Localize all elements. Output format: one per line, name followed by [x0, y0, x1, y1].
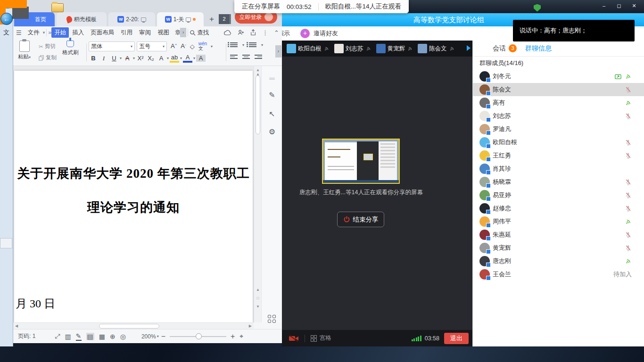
- menu-item-2[interactable]: 页面布局: [87, 27, 117, 38]
- web-view-icon[interactable]: ⊕: [110, 333, 116, 340]
- end-share-button[interactable]: 结束分享: [337, 212, 384, 227]
- camera-off-icon[interactable]: [289, 335, 299, 342]
- menu-item-0[interactable]: 开始: [51, 27, 69, 38]
- ink-edit-icon[interactable]: ✎: [76, 332, 82, 341]
- cloud-sync-icon[interactable]: [223, 30, 232, 36]
- member-row[interactable]: 高有: [473, 96, 644, 109]
- member-row[interactable]: 黄宠辉: [473, 241, 644, 255]
- align-right-button[interactable]: [255, 55, 262, 59]
- align-center-button[interactable]: [242, 55, 250, 59]
- bullet-list-button[interactable]: [230, 42, 238, 47]
- shared-screen-preview[interactable]: [322, 139, 400, 184]
- settings-sliders-icon[interactable]: ⚙: [262, 127, 282, 136]
- highlight-button[interactable]: ab: [170, 54, 179, 63]
- zoom-slider-knob[interactable]: [196, 333, 202, 339]
- format-painter-button[interactable]: 格式刷: [62, 41, 79, 56]
- strip-expand-arrow-icon[interactable]: [467, 45, 471, 51]
- menu-item-6[interactable]: 章节: [173, 27, 180, 38]
- screen-share-status-bar[interactable]: 正在分享屏幕 00:03:52 欧阳自根...等14人正在观看: [234, 0, 409, 13]
- menu-item-3[interactable]: 引用: [117, 27, 136, 38]
- drag-handle-icon[interactable]: ═: [262, 74, 282, 83]
- hamburger-icon[interactable]: ☰: [16, 29, 22, 36]
- font-size-select[interactable]: 五号▾: [137, 41, 167, 51]
- horizontal-scroll-thumb[interactable]: [99, 324, 159, 329]
- numbered-list-button[interactable]: [249, 42, 256, 47]
- exit-call-button[interactable]: 退出: [444, 333, 469, 344]
- zoom-out-button[interactable]: −: [161, 332, 165, 341]
- member-row[interactable]: 王会兰 待加入: [473, 268, 644, 281]
- window-count-badge[interactable]: 2: [219, 14, 231, 24]
- bold-button[interactable]: B: [89, 55, 98, 62]
- cut-button[interactable]: ✂剪切: [39, 43, 56, 50]
- pinyin-guide-button[interactable]: wén文: [198, 41, 207, 51]
- font-name-select[interactable]: 黑体▾: [89, 41, 135, 51]
- new-tab-button[interactable]: +: [206, 13, 217, 25]
- demo-menu-label[interactable]: 演示: [282, 29, 290, 38]
- menu-item-1[interactable]: 插入: [69, 27, 87, 38]
- member-row[interactable]: 朱惠延: [473, 228, 644, 241]
- participant-item[interactable]: 欧阳自根: [287, 44, 330, 53]
- zoom-level-value[interactable]: 200%: [141, 333, 156, 340]
- fullscreen-view-icon[interactable]: ⤢: [55, 332, 60, 340]
- document-page[interactable]: 关于开展南华大学 2020 年第三次教职工 理论学习的通知 月 30 日: [14, 71, 253, 322]
- zoom-in-button[interactable]: +: [231, 332, 235, 341]
- scroll-right-icon[interactable]: ▶: [249, 324, 252, 328]
- member-row[interactable]: 赵修忠: [473, 202, 644, 215]
- scroll-left-icon[interactable]: ◀: [15, 324, 18, 328]
- menu-item-5[interactable]: 视图: [154, 27, 173, 38]
- eye-protect-icon[interactable]: ◎: [120, 333, 126, 340]
- superscript-button[interactable]: X²: [136, 55, 145, 62]
- vertical-scrollbar[interactable]: ▲▲ ▲ □ ▼: [254, 66, 261, 322]
- member-row[interactable]: 王红勇: [473, 149, 644, 162]
- tab-group-info-active[interactable]: 群聊信息: [525, 44, 552, 53]
- decrease-font-button[interactable]: A-: [181, 42, 186, 49]
- member-row[interactable]: 欧阳自根: [473, 136, 644, 149]
- char-shading-button[interactable]: A: [196, 55, 206, 62]
- participant-item[interactable]: 黄宠辉: [376, 44, 413, 53]
- vertical-scroll-thumb[interactable]: [256, 75, 260, 134]
- text-effects-button[interactable]: A: [157, 55, 166, 62]
- menu-item-4[interactable]: 审阅: [136, 27, 154, 38]
- participant-item[interactable]: 刘志苏: [334, 44, 372, 53]
- grid-view-icon[interactable]: [311, 335, 317, 342]
- maximize-button[interactable]: ◻: [612, 1, 626, 10]
- zoom-slider[interactable]: [170, 336, 226, 337]
- tab-document-1[interactable]: W2-20:: [108, 12, 155, 26]
- member-row[interactable]: 刘冬元: [473, 70, 644, 83]
- add-user-icon[interactable]: [238, 29, 244, 36]
- subscript-button[interactable]: X₂: [146, 55, 156, 62]
- invite-plus-icon[interactable]: +: [300, 29, 310, 38]
- member-row[interactable]: 唐志刚: [473, 255, 644, 268]
- find-button[interactable]: 查找: [196, 27, 212, 38]
- cursor-select-icon[interactable]: ↖: [262, 109, 282, 118]
- close-button[interactable]: ✕: [627, 1, 641, 10]
- grid-view-label[interactable]: 宫格: [320, 334, 331, 342]
- document-area[interactable]: 关于开展南华大学 2020 年第三次教职工 理论学习的通知 月 30 日: [13, 66, 254, 322]
- clear-format-icon[interactable]: ◇: [190, 43, 195, 50]
- more-tabs-button[interactable]: ›: [180, 28, 186, 37]
- page-view-icon[interactable]: ▤: [86, 333, 94, 340]
- paste-button[interactable]: 粘贴▾: [18, 41, 31, 60]
- member-row[interactable]: 周伟平: [473, 215, 644, 228]
- minimize-button[interactable]: –: [597, 1, 611, 10]
- fit-page-button[interactable]: ⌖: [239, 332, 243, 340]
- collapse-ribbon-icon[interactable]: ⌃: [274, 29, 279, 36]
- page-down-icon[interactable]: ▼: [254, 304, 262, 309]
- outline-view-icon[interactable]: ▦: [99, 333, 105, 340]
- back-icon[interactable]: ←: [0, 13, 13, 25]
- member-row[interactable]: 刘志苏: [473, 109, 644, 123]
- tab-session[interactable]: 会话: [493, 44, 506, 53]
- member-row[interactable]: 陈会文: [473, 83, 644, 96]
- book-view-icon[interactable]: ▥: [65, 333, 71, 340]
- align-left-button[interactable]: [230, 55, 238, 59]
- select-browse-icon[interactable]: □: [254, 296, 262, 300]
- invite-friends-button[interactable]: 邀请好友: [314, 29, 338, 38]
- member-row[interactable]: 易亚婷: [473, 189, 644, 202]
- toolbox-grid-icon[interactable]: [268, 315, 276, 323]
- increase-font-button[interactable]: A+: [171, 42, 177, 49]
- copy-button[interactable]: 复制: [39, 54, 57, 61]
- tab-document-2-active[interactable]: W1-关: [157, 12, 204, 26]
- strikethrough-button[interactable]: A: [123, 55, 132, 62]
- share-icon[interactable]: [250, 29, 256, 36]
- page-up-icon[interactable]: ▲: [254, 288, 262, 292]
